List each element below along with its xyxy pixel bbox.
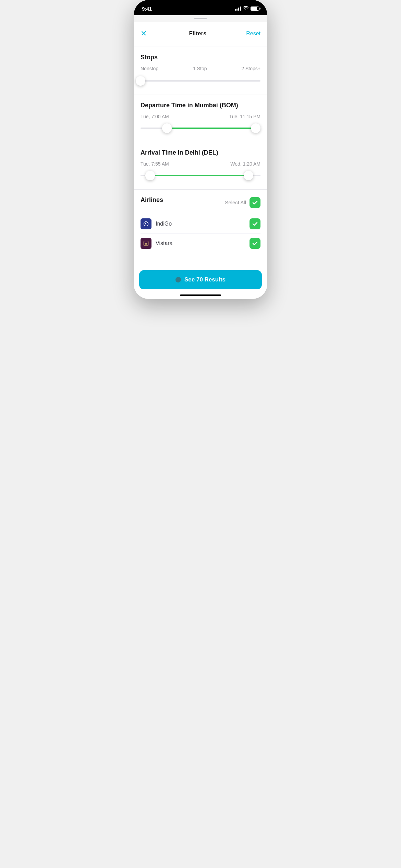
indigo-logo-icon <box>143 220 149 227</box>
header-title: Filters <box>189 30 206 37</box>
vistara-check-icon <box>252 240 258 246</box>
airline-item-vistara[interactable]: Vistara <box>141 233 260 253</box>
arrival-slider-fill <box>150 175 248 176</box>
stop-label-1stop: 1 Stop <box>193 66 207 71</box>
arrival-slider[interactable] <box>141 170 260 181</box>
indigo-logo <box>141 218 151 229</box>
battery-icon <box>251 7 259 11</box>
indigo-name: IndiGo <box>156 221 172 227</box>
status-icons <box>235 6 259 11</box>
indigo-check-icon <box>252 221 258 227</box>
arrival-time-range: Tue, 7:55 AM Wed, 1:20 AM <box>141 161 260 167</box>
departure-slider-fill <box>167 128 256 129</box>
scroll-indicator <box>175 277 181 282</box>
departure-section: Departure Time in Mumbai (BOM) Tue, 7:00… <box>134 95 267 142</box>
see-results-button[interactable]: See 70 Results <box>139 270 262 289</box>
airlines-title: Airlines <box>141 196 163 204</box>
departure-time-range: Tue, 7:00 AM Tue, 11:15 PM <box>141 114 260 119</box>
arrival-title: Arrival Time in Delhi (DEL) <box>141 149 260 156</box>
stops-labels: Nonstop 1 Stop 2 Stops+ <box>141 66 260 71</box>
home-bar <box>180 294 221 296</box>
vistara-logo <box>141 238 151 249</box>
vistara-name: Vistara <box>156 240 173 246</box>
airlines-section: Airlines Select All <box>134 190 267 260</box>
stop-label-nonstop: Nonstop <box>141 66 158 71</box>
vistara-logo-icon <box>143 240 149 247</box>
arrival-end-time: Wed, 1:20 AM <box>230 161 260 167</box>
departure-end-time: Tue, 11:15 PM <box>229 114 260 119</box>
departure-slider-left-thumb[interactable] <box>162 123 172 133</box>
departure-title: Departure Time in Mumbai (BOM) <box>141 102 260 109</box>
arrival-slider-left-thumb[interactable] <box>145 171 155 180</box>
indigo-checkbox[interactable] <box>250 218 260 229</box>
wifi-icon <box>243 6 248 11</box>
vistara-checkbox[interactable] <box>250 238 260 249</box>
reset-button[interactable]: Reset <box>240 31 260 37</box>
stops-slider-thumb[interactable] <box>136 76 145 86</box>
stops-slider[interactable] <box>141 75 260 86</box>
sheet-handle <box>194 18 207 19</box>
airline-item-indigo[interactable]: IndiGo <box>141 214 260 233</box>
select-all-area: Select All <box>225 197 260 208</box>
stop-label-2stops: 2 Stops+ <box>241 66 260 71</box>
status-bar: 9:41 <box>134 0 267 15</box>
content-scroll: Stops Nonstop 1 Stop 2 Stops+ Departure … <box>134 47 267 287</box>
departure-start-time: Tue, 7:00 AM <box>141 114 169 119</box>
arrival-slider-right-thumb[interactable] <box>244 171 253 180</box>
phone-frame: 9:41 ✕ Filters Reset <box>134 0 267 299</box>
arrival-start-time: Tue, 7:55 AM <box>141 161 169 167</box>
bottom-button-container: See 70 Results <box>134 270 267 289</box>
stops-title: Stops <box>141 54 260 61</box>
stops-slider-track <box>141 80 260 82</box>
stops-section: Stops Nonstop 1 Stop 2 Stops+ <box>134 47 267 95</box>
arrival-section: Arrival Time in Delhi (DEL) Tue, 7:55 AM… <box>134 142 267 190</box>
departure-slider[interactable] <box>141 123 260 134</box>
airlines-header: Airlines Select All <box>141 196 260 208</box>
sheet-handle-area <box>134 15 267 22</box>
status-time: 9:41 <box>142 6 152 12</box>
departure-slider-right-thumb[interactable] <box>251 123 260 133</box>
select-all-label: Select All <box>225 200 246 205</box>
header: ✕ Filters Reset <box>134 22 267 47</box>
see-results-label: See 70 Results <box>184 276 226 283</box>
select-all-checkbox[interactable] <box>250 197 260 208</box>
close-button[interactable]: ✕ <box>141 26 156 41</box>
select-all-check-icon <box>252 200 258 206</box>
svg-point-1 <box>147 222 148 223</box>
signal-icon <box>235 7 241 11</box>
